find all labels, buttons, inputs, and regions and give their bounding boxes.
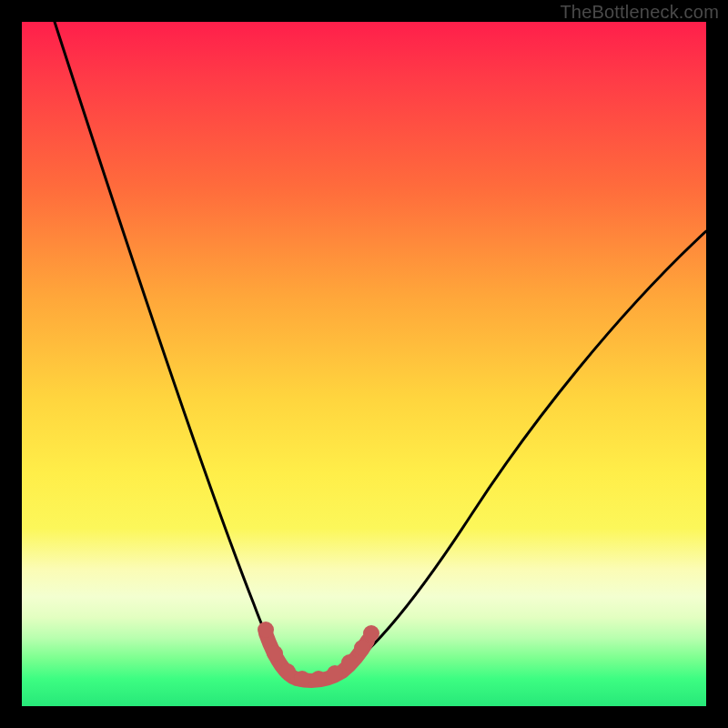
svg-point-6 bbox=[341, 654, 358, 671]
svg-point-2 bbox=[279, 663, 296, 680]
optimal-range-dots bbox=[258, 622, 379, 687]
svg-point-1 bbox=[267, 645, 283, 662]
plot-area bbox=[22, 22, 706, 706]
chart-frame: TheBottleneck.com bbox=[0, 0, 728, 728]
svg-point-4 bbox=[310, 671, 327, 687]
svg-point-8 bbox=[363, 625, 379, 642]
svg-point-3 bbox=[294, 671, 310, 687]
svg-point-7 bbox=[354, 640, 370, 656]
bottleneck-curve bbox=[55, 22, 706, 680]
bottleneck-curve-svg bbox=[22, 22, 706, 706]
svg-point-5 bbox=[327, 665, 343, 682]
svg-point-0 bbox=[258, 622, 274, 638]
watermark-text: TheBottleneck.com bbox=[560, 2, 719, 23]
